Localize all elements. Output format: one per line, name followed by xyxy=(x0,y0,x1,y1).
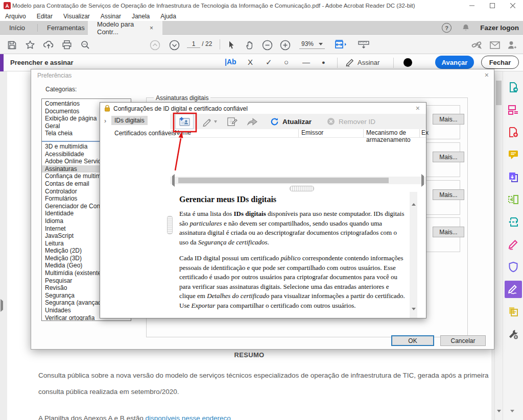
sign-button[interactable]: Assinar xyxy=(358,59,379,66)
close-button[interactable]: Fechar xyxy=(481,56,519,69)
column-header-expires[interactable]: Ex xyxy=(421,129,429,136)
lock-icon xyxy=(104,105,111,112)
doc-paragraph-line1: Consulta pública sobre a nova versão do … xyxy=(38,372,489,379)
menu-item[interactable]: Assinar xyxy=(101,13,121,20)
sidebar-more-tools-icon[interactable] xyxy=(505,326,522,343)
digital-id-help-text: Gerenciar meus IDs digitais Esta é uma l… xyxy=(170,192,409,318)
save-icon[interactable] xyxy=(6,39,17,51)
zoom-level-value: 93% xyxy=(301,40,314,47)
maximize-icon[interactable] xyxy=(482,0,503,11)
tab-tools[interactable]: Ferramentas xyxy=(38,21,94,35)
nav-expand-chevron-icon[interactable]: › xyxy=(104,117,106,125)
sidebar-edit-pen-icon[interactable] xyxy=(505,236,522,253)
more-button-4[interactable]: Mais... xyxy=(433,227,464,237)
sidebar-compress-pdf-icon[interactable] xyxy=(505,213,522,231)
nav-item-digital-ids[interactable]: IDs digitais xyxy=(111,116,148,125)
column-header-storage[interactable]: Mecanismo de armazenamento xyxy=(366,129,426,143)
menu-item[interactable]: Editar xyxy=(37,13,53,20)
sidebar-scroll-down-icon[interactable] xyxy=(510,412,514,420)
sign-in-button[interactable]: Fazer logon xyxy=(480,24,519,32)
zoom-level-select[interactable]: 93% xyxy=(299,40,325,49)
page-number-field[interactable]: 1 / 22 xyxy=(187,40,212,48)
adobe-reader-icon xyxy=(4,2,11,9)
print-icon[interactable] xyxy=(61,39,73,51)
column-header-name[interactable]: Nome xyxy=(175,129,191,136)
sidebar-organize-pages-icon[interactable] xyxy=(505,191,522,208)
usage-options-button[interactable] xyxy=(202,116,217,127)
digital-id-close-icon[interactable]: × xyxy=(416,104,420,112)
menu-item[interactable]: Janela xyxy=(132,13,150,20)
search-icon[interactable] xyxy=(80,39,91,51)
id-list-hscrollbar[interactable] xyxy=(170,177,426,184)
document-scrollbar[interactable] xyxy=(494,71,503,420)
column-header-issuer[interactable]: Emissor xyxy=(301,129,323,136)
help-paragraph-2: Cada ID digital possui um certificado pú… xyxy=(179,254,405,310)
email-icon[interactable] xyxy=(489,39,501,51)
sign-pen-icon[interactable] xyxy=(345,58,355,67)
menu-bar: ArquivoEditarVisualizarAssinarJanelaAjud… xyxy=(0,11,523,21)
line-tool-icon[interactable]: — xyxy=(302,58,310,66)
previous-page-icon xyxy=(149,39,160,51)
check-tool-icon[interactable]: ✓ xyxy=(266,58,272,67)
tab-close-icon[interactable]: × xyxy=(150,24,153,32)
scrollbar-thumb[interactable] xyxy=(496,81,502,105)
zoom-in-icon[interactable] xyxy=(279,39,291,51)
close-icon[interactable] xyxy=(503,0,523,11)
help-paragraph-1: Esta é uma lista dos IDs digitais dispon… xyxy=(179,209,405,247)
sidebar-request-esign-icon[interactable] xyxy=(505,303,522,320)
scroll-down-icon[interactable] xyxy=(412,310,416,319)
add-id-button[interactable] xyxy=(175,114,194,129)
color-swatch-black[interactable] xyxy=(403,58,412,67)
sidebar-fill-sign-icon[interactable] xyxy=(505,281,522,298)
sidebar-send-file-icon[interactable] xyxy=(505,168,522,186)
text-tool-icon[interactable]: |Ab xyxy=(225,58,236,66)
notifications-bell-icon[interactable] xyxy=(462,23,470,32)
sidebar-export-pdf-icon[interactable] xyxy=(505,79,522,96)
star-icon[interactable] xyxy=(25,39,36,51)
sidebar-comment-icon[interactable] xyxy=(505,146,522,163)
preferences-close-icon[interactable]: × xyxy=(485,71,489,79)
more-button-1[interactable]: Mais... xyxy=(433,114,464,125)
more-button-3[interactable]: Mais... xyxy=(433,189,464,200)
link-icon[interactable] xyxy=(471,39,482,51)
nav-pane-expander-icon[interactable] xyxy=(1,301,3,310)
scroll-right-icon[interactable] xyxy=(421,176,424,185)
nav-item-trusted-certificates[interactable]: Certificados confiáveis xyxy=(111,129,179,138)
scroll-up-icon[interactable] xyxy=(412,194,416,204)
ok-button[interactable]: OK xyxy=(391,335,434,346)
tab-document[interactable]: Modelo para Contr... × xyxy=(88,21,162,35)
splitter-grip[interactable] xyxy=(290,186,314,191)
doc-hyperlink[interactable]: disponíveis nesse endereço xyxy=(145,414,230,420)
refresh-button[interactable]: Atualizar xyxy=(270,117,312,126)
help-vscrollbar[interactable] xyxy=(410,192,417,318)
dot-tool-icon[interactable]: ● xyxy=(322,59,325,65)
more-button-2[interactable]: Mais... xyxy=(433,152,464,162)
sidebar-protect-shield-icon[interactable] xyxy=(505,258,522,276)
menu-item[interactable]: Arquivo xyxy=(5,13,26,20)
ruler-tools-icon[interactable] xyxy=(356,39,371,51)
circle-tool-icon[interactable]: ○ xyxy=(284,58,289,66)
zoom-out-icon[interactable] xyxy=(262,39,273,51)
cross-tool-icon[interactable]: X xyxy=(248,58,253,66)
share-cloud-icon[interactable] xyxy=(43,39,54,51)
scroll-left-icon[interactable] xyxy=(172,176,175,185)
minimize-icon[interactable] xyxy=(462,0,482,11)
select-tool-icon[interactable] xyxy=(226,39,237,51)
advance-button[interactable]: Avançar xyxy=(435,56,474,69)
menu-item[interactable]: Visualizar xyxy=(63,13,90,20)
tab-home[interactable]: Início xyxy=(0,21,34,35)
sidebar-create-pdf-icon[interactable] xyxy=(505,123,522,141)
cancel-button[interactable]: Cancelar xyxy=(440,335,486,346)
tab-bar: Início Ferramentas Modelo para Contr... … xyxy=(0,21,523,35)
hand-tool-icon[interactable] xyxy=(244,39,255,51)
add-user-icon[interactable] xyxy=(507,39,518,51)
next-page-icon[interactable] xyxy=(169,39,180,51)
help-icon[interactable]: ? xyxy=(442,23,451,33)
fit-width-icon[interactable] xyxy=(333,39,348,51)
scroll-down-icon[interactable] xyxy=(497,412,501,420)
menu-item[interactable]: Ajuda xyxy=(160,13,176,20)
hscrollbar-thumb[interactable] xyxy=(178,178,389,183)
certificate-details-button[interactable] xyxy=(226,116,237,127)
sidebar-organize-icon[interactable] xyxy=(505,101,522,118)
export-id-button[interactable] xyxy=(247,117,258,126)
